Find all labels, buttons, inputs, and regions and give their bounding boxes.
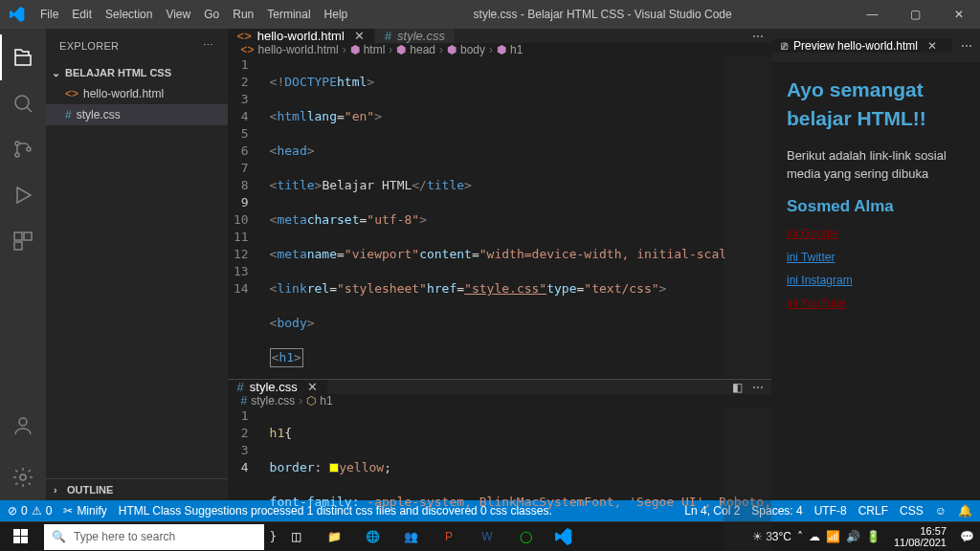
preview-panel: ⎚ Preview hello-world.html ✕ ⋯ Ayo seman… <box>771 29 980 500</box>
search-placeholder: Type here to search <box>74 530 175 543</box>
css-file-icon: # <box>65 108 72 121</box>
svg-point-7 <box>19 418 27 426</box>
svg-point-3 <box>27 147 31 151</box>
menu-selection[interactable]: Selection <box>99 0 159 29</box>
svg-rect-10 <box>21 529 28 536</box>
status-feedback-icon[interactable]: ☺ <box>935 504 947 518</box>
menu-run[interactable]: Run <box>226 0 260 29</box>
editor-area: <> hello-world.html✕ # style.css ⋯ <>hel… <box>228 29 771 500</box>
notifications-icon[interactable]: 💬 <box>960 530 974 543</box>
preview-link-instagram[interactable]: ini Instagram <box>787 273 965 289</box>
tab-style-css[interactable]: # style.css✕ <box>228 380 328 394</box>
css-file-icon: # <box>237 380 244 394</box>
status-minify[interactable]: ✂Minify <box>63 504 106 518</box>
svg-rect-6 <box>14 242 22 250</box>
sidebar-more-icon[interactable]: ⋯ <box>203 39 213 52</box>
svg-rect-12 <box>21 537 28 543</box>
css-file-icon: # <box>385 29 391 43</box>
window-title: style.css - Belajar HTML CSS - Visual St… <box>354 8 851 21</box>
menu-edit[interactable]: Edit <box>65 0 99 29</box>
preview-subheading: Sosmed Alma <box>787 195 965 219</box>
tab-hello-world[interactable]: <> hello-world.html✕ <box>228 29 375 43</box>
minimap[interactable] <box>724 56 771 379</box>
search-icon[interactable] <box>0 80 46 126</box>
tray-cloud-icon[interactable]: ☁ <box>809 530 820 543</box>
project-folder[interactable]: ⌄BELAJAR HTML CSS <box>46 62 228 83</box>
status-encoding[interactable]: UTF-8 <box>814 504 847 518</box>
minimize-button[interactable]: ― <box>851 0 894 29</box>
preview-link-google[interactable]: ini Google <box>787 226 965 242</box>
tray-chevron-icon[interactable]: ˄ <box>797 530 803 543</box>
preview-link-twitter[interactable]: ini Twitter <box>787 250 965 266</box>
menu-file[interactable]: File <box>33 0 65 29</box>
html-file-icon: <> <box>65 87 78 100</box>
code-editor-bottom[interactable]: h1 { border: yellow; font-family: -apple… <box>270 408 771 551</box>
status-problems[interactable]: ⊘0⚠0 <box>8 504 52 518</box>
close-window-button[interactable]: ✕ <box>937 0 980 29</box>
preview-icon: ⎚ <box>781 39 788 53</box>
run-debug-icon[interactable] <box>0 172 46 218</box>
status-eol[interactable]: CRLF <box>858 504 888 518</box>
code-editor-top[interactable]: <!DOCTYPE html> <html lang="en"> <head> … <box>270 56 771 379</box>
more-actions-icon[interactable]: ⋯ <box>752 30 764 43</box>
tab-style-css-preview[interactable]: # style.css <box>375 29 456 43</box>
svg-rect-11 <box>13 537 20 543</box>
menu-view[interactable]: View <box>159 0 197 29</box>
file-style-css[interactable]: # style.css <box>46 104 228 125</box>
vscode-logo-icon <box>0 7 33 22</box>
tray-wifi-icon[interactable]: 📶 <box>826 530 840 543</box>
close-tab-icon[interactable]: ✕ <box>927 39 937 53</box>
svg-point-1 <box>15 142 19 145</box>
status-bell-icon[interactable]: 🔔 <box>958 504 972 518</box>
explorer-icon[interactable] <box>0 34 46 80</box>
svg-rect-9 <box>13 529 20 536</box>
settings-gear-icon[interactable] <box>0 454 46 500</box>
preview-tab[interactable]: ⎚ Preview hello-world.html ✕ <box>771 39 953 53</box>
explorer-sidebar: EXPLORER ⋯ ⌄BELAJAR HTML CSS <> hello-wo… <box>46 29 228 500</box>
svg-rect-5 <box>24 232 32 240</box>
html-file-icon: <> <box>237 29 252 43</box>
close-tab-icon[interactable]: ✕ <box>354 29 365 43</box>
more-actions-icon[interactable]: ⋯ <box>961 39 972 53</box>
search-icon: 🔍 <box>52 530 66 543</box>
source-control-icon[interactable] <box>0 126 46 172</box>
outline-section[interactable]: ›OUTLINE <box>46 479 228 500</box>
breadcrumb-bottom[interactable]: #style.css› ⬡h1 <box>228 394 771 408</box>
preview-link-youtube[interactable]: ini YouTube <box>787 296 965 312</box>
extensions-icon[interactable] <box>0 218 46 264</box>
menu-help[interactable]: Help <box>318 0 355 29</box>
account-icon[interactable] <box>0 403 46 449</box>
svg-point-0 <box>15 96 29 109</box>
menu-terminal[interactable]: Terminal <box>260 0 317 29</box>
tab-bar-top: <> hello-world.html✕ # style.css ⋯ <box>228 29 771 43</box>
more-actions-icon[interactable]: ⋯ <box>752 381 764 394</box>
close-tab-icon[interactable]: ✕ <box>307 380 318 394</box>
start-button[interactable] <box>0 529 42 544</box>
tray-volume-icon[interactable]: 🔊 <box>846 530 860 543</box>
title-bar: File Edit Selection View Go Run Terminal… <box>0 0 980 29</box>
svg-point-8 <box>20 474 26 480</box>
tray-battery-icon[interactable]: 🔋 <box>866 530 880 543</box>
split-editor-icon[interactable]: ◧ <box>732 381 743 394</box>
breadcrumb-top[interactable]: <>hello-world.html› ⬢html› ⬢head› ⬢body›… <box>228 43 771 56</box>
svg-point-2 <box>15 153 19 157</box>
preview-paragraph: Berikut adalah link-link sosial media ya… <box>787 147 965 184</box>
status-language[interactable]: CSS <box>900 504 924 518</box>
activity-bar <box>0 29 46 500</box>
preview-heading: Ayo semangat belajar HTML!! <box>787 76 965 134</box>
file-hello-world[interactable]: <> hello-world.html <box>46 83 228 104</box>
taskbar-clock[interactable]: 16:5711/08/2021 <box>886 525 954 548</box>
maximize-button[interactable]: ▢ <box>894 0 937 29</box>
svg-rect-4 <box>14 232 22 240</box>
minimap[interactable] <box>724 408 771 551</box>
menu-go[interactable]: Go <box>197 0 226 29</box>
sidebar-header: EXPLORER ⋯ <box>46 29 228 62</box>
tab-bar-bottom: # style.css✕ ◧ ⋯ <box>228 380 771 394</box>
